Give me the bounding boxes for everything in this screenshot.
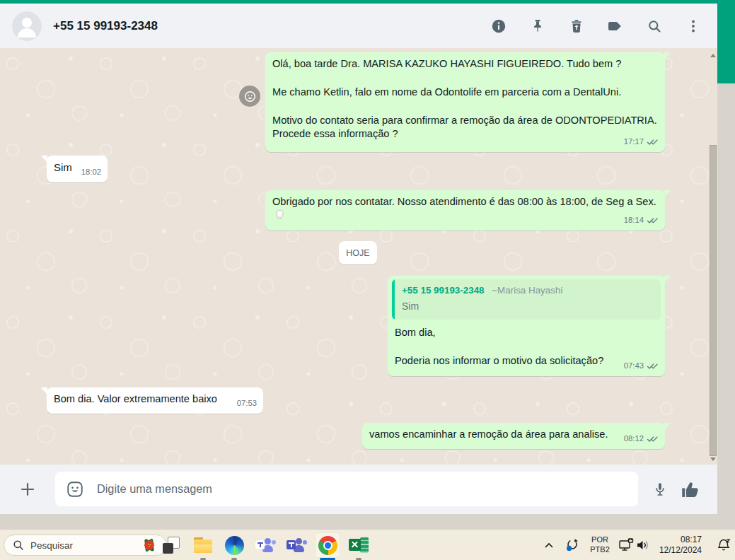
message-composer	[0, 465, 717, 514]
message-bubble-incoming[interactable]: Bom dia. Valor extremamente baixo 07:53	[47, 387, 263, 414]
contact-avatar[interactable]	[12, 11, 42, 41]
chat-message-list: Olá, boa tarde Dra. MARISA KAZUKO HAYASH…	[0, 48, 717, 465]
keyboard-layout: PTB2	[586, 544, 614, 554]
microphone-icon[interactable]	[651, 480, 669, 498]
message-input-pill[interactable]	[55, 472, 638, 506]
delete-icon[interactable]	[568, 18, 585, 35]
tray-chevron-up-icon[interactable]	[543, 539, 555, 551]
quoted-message[interactable]: +55 15 99193-2348 ~Marisa Hayashi Sim	[392, 279, 661, 320]
tray-network-icon[interactable]	[618, 537, 634, 553]
file-explorer-icon[interactable]	[190, 532, 216, 558]
scrollbar-down-arrow[interactable]	[710, 457, 716, 461]
tray-update-icon[interactable]	[565, 537, 580, 553]
message-bubble-outgoing[interactable]: +55 15 99193-2348 ~Marisa Hayashi Sim Bo…	[388, 276, 665, 376]
message-time: 07:43	[624, 359, 644, 373]
delivered-double-check-icon	[647, 435, 659, 443]
teams-classic-icon[interactable]	[253, 532, 278, 558]
thumbs-up-icon[interactable]	[677, 477, 704, 502]
language-code: POR	[586, 535, 614, 544]
message-time: 08:12	[624, 432, 644, 445]
quote-author-name: ~Marisa Hayashi	[492, 285, 562, 296]
message-text: Motivo do contato seria para confirmar a…	[272, 114, 658, 141]
react-emoji-button[interactable]	[239, 86, 260, 107]
chat-header: +55 15 99193-2348	[0, 4, 717, 48]
scrollbar-thumb[interactable]	[710, 145, 717, 456]
tray-date: 12/12/2024	[647, 545, 702, 556]
tooth-emoji	[274, 209, 285, 220]
tray-clock[interactable]: 08:17 12/12/2024	[647, 535, 702, 556]
scrollbar-up-arrow[interactable]	[710, 54, 716, 57]
delivered-double-check-icon	[647, 138, 659, 146]
delivered-double-check-icon	[647, 216, 659, 224]
tray-language-indicator[interactable]: POR PTB2	[586, 535, 614, 556]
attach-plus-icon[interactable]	[18, 480, 37, 498]
edge-icon[interactable]	[221, 532, 247, 558]
quote-text: Sim	[402, 300, 654, 313]
message-text: Me chamo Ketlin, falo em nome da Odontol…	[272, 86, 658, 99]
message-bubble-incoming[interactable]: Sim 18:02	[47, 156, 108, 182]
background-window-right-edge	[717, 0, 735, 83]
chrome-icon[interactable]	[315, 532, 340, 558]
date-divider: HOJE	[339, 241, 377, 264]
taskbar-search[interactable]: Pesquisar	[4, 535, 167, 556]
message-time: 17:17	[624, 135, 644, 148]
task-view-icon[interactable]	[158, 532, 184, 558]
message-text: Bom dia. Valor extremamente baixo	[54, 393, 217, 404]
search-icon[interactable]	[646, 18, 663, 35]
delivered-double-check-icon	[647, 362, 659, 370]
message-text: Bom dia,	[395, 326, 658, 339]
quote-author-number: +55 15 99193-2348	[402, 285, 485, 296]
message-bubble-outgoing[interactable]: Obrigado por nos contatar. Nosso atendim…	[265, 190, 665, 231]
message-time: 18:02	[81, 165, 101, 179]
emoji-sticker-icon[interactable]	[66, 480, 84, 498]
message-bubble-outgoing[interactable]: vamos encaminhar a remoção da área para …	[362, 423, 665, 449]
message-text: Sim	[54, 161, 72, 173]
message-bubble-outgoing[interactable]: Olá, boa tarde Dra. MARISA KAZUKO HAYASH…	[265, 52, 665, 152]
background-window-bottom-strip	[0, 514, 717, 529]
info-icon[interactable]	[490, 18, 507, 35]
excel-icon[interactable]	[346, 532, 371, 558]
tray-time: 08:17	[647, 535, 702, 545]
background-window-right-strip	[717, 83, 735, 529]
message-input[interactable]	[96, 482, 630, 496]
menu-icon[interactable]	[685, 18, 702, 35]
label-icon[interactable]	[607, 18, 624, 35]
message-time: 18:14	[624, 214, 644, 227]
message-time: 07:53	[237, 397, 257, 410]
windows-taskbar: Pesquisar	[0, 529, 735, 560]
message-text: vamos encaminhar a remoção da área para …	[369, 428, 608, 440]
poinsettia-flower-icon	[140, 536, 158, 554]
pin-icon[interactable]	[529, 18, 546, 35]
tray-notification-bell-icon[interactable]	[717, 537, 732, 553]
chat-title[interactable]: +55 15 99193-2348	[53, 19, 158, 33]
taskbar-search-label: Pesquisar	[30, 540, 73, 551]
teams-icon[interactable]	[284, 532, 309, 558]
message-text: Olá, boa tarde Dra. MARISA KAZUKO HAYASH…	[272, 57, 658, 71]
message-text: Poderia nos informar o motivo da solicit…	[395, 354, 658, 368]
message-text: Obrigado por nos contatar. Nosso atendim…	[272, 196, 656, 207]
taskbar-search-icon	[13, 539, 24, 551]
